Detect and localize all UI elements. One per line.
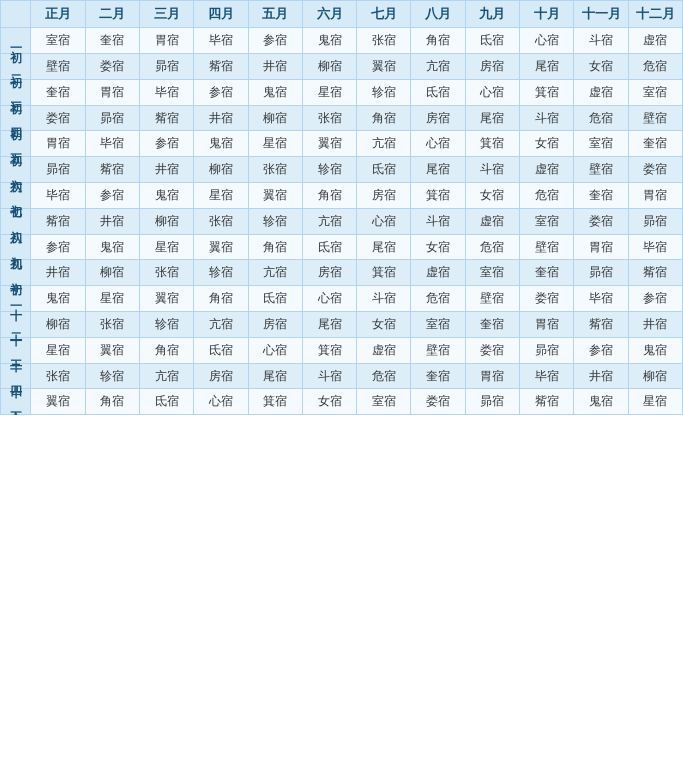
main-table: 正月二月三月四月五月六月七月八月九月十月十一月十二月 初一室宿奎宿胃宿毕宿参宿鬼… (0, 0, 683, 415)
cell-r13-c6: 箕宿 (302, 337, 356, 363)
cell-r11-c12: 参宿 (628, 286, 682, 312)
cell-r2-c4: 觜宿 (194, 53, 248, 79)
cell-r15-c10: 觜宿 (520, 389, 574, 415)
cell-r15-c4: 心宿 (194, 389, 248, 415)
cell-r2-c12: 危宿 (628, 53, 682, 79)
cell-r14-c11: 井宿 (574, 363, 628, 389)
row-label-6: 初六 (1, 157, 31, 183)
cell-r1-c5: 参宿 (248, 28, 302, 54)
cell-r15-c1: 翼宿 (31, 389, 85, 415)
cell-r15-c9: 昴宿 (465, 389, 519, 415)
cell-r15-c12: 星宿 (628, 389, 682, 415)
cell-r6-c1: 昴宿 (31, 157, 85, 183)
cell-r1-c4: 毕宿 (194, 28, 248, 54)
cell-r7-c8: 箕宿 (411, 182, 465, 208)
cell-r12-c7: 女宿 (357, 311, 411, 337)
table-row: 十四张宿轸宿亢宿房宿尾宿斗宿危宿奎宿胃宿毕宿井宿柳宿 (1, 363, 683, 389)
cell-r3-c8: 氐宿 (411, 79, 465, 105)
cell-r13-c9: 娄宿 (465, 337, 519, 363)
cell-r1-c12: 虚宿 (628, 28, 682, 54)
cell-r9-c9: 危宿 (465, 234, 519, 260)
month-header-8: 八月 (411, 1, 465, 28)
cell-r7-c10: 危宿 (520, 182, 574, 208)
cell-r11-c4: 角宿 (194, 286, 248, 312)
cell-r6-c5: 张宿 (248, 157, 302, 183)
cell-r6-c3: 井宿 (140, 157, 194, 183)
cell-r5-c2: 毕宿 (85, 131, 139, 157)
cell-r7-c2: 参宿 (85, 182, 139, 208)
cell-r10-c3: 张宿 (140, 260, 194, 286)
cell-r9-c8: 女宿 (411, 234, 465, 260)
cell-r15-c3: 氐宿 (140, 389, 194, 415)
cell-r2-c5: 井宿 (248, 53, 302, 79)
cell-r7-c7: 房宿 (357, 182, 411, 208)
cell-r3-c5: 鬼宿 (248, 79, 302, 105)
cell-r12-c9: 奎宿 (465, 311, 519, 337)
cell-r6-c10: 虚宿 (520, 157, 574, 183)
cell-r7-c6: 角宿 (302, 182, 356, 208)
month-header-4: 四月 (194, 1, 248, 28)
cell-r9-c5: 角宿 (248, 234, 302, 260)
cell-r4-c9: 尾宿 (465, 105, 519, 131)
cell-r1-c8: 角宿 (411, 28, 465, 54)
cell-r7-c4: 星宿 (194, 182, 248, 208)
table-row: 初二壁宿娄宿昴宿觜宿井宿柳宿翼宿亢宿房宿尾宿女宿危宿 (1, 53, 683, 79)
cell-r10-c7: 箕宿 (357, 260, 411, 286)
cell-r5-c4: 鬼宿 (194, 131, 248, 157)
cell-r12-c4: 亢宿 (194, 311, 248, 337)
cell-r9-c7: 尾宿 (357, 234, 411, 260)
cell-r8-c3: 柳宿 (140, 208, 194, 234)
cell-r4-c6: 张宿 (302, 105, 356, 131)
cell-r5-c10: 女宿 (520, 131, 574, 157)
cell-r8-c5: 轸宿 (248, 208, 302, 234)
cell-r4-c8: 房宿 (411, 105, 465, 131)
cell-r1-c10: 心宿 (520, 28, 574, 54)
cell-r8-c9: 虚宿 (465, 208, 519, 234)
cell-r6-c2: 觜宿 (85, 157, 139, 183)
cell-r1-c3: 胃宿 (140, 28, 194, 54)
cell-r11-c5: 氐宿 (248, 286, 302, 312)
month-header-1: 正月 (31, 1, 85, 28)
cell-r13-c2: 翼宿 (85, 337, 139, 363)
month-header-5: 五月 (248, 1, 302, 28)
cell-r2-c9: 房宿 (465, 53, 519, 79)
cell-r11-c11: 毕宿 (574, 286, 628, 312)
cell-r2-c2: 娄宿 (85, 53, 139, 79)
cell-r6-c12: 娄宿 (628, 157, 682, 183)
cell-r13-c7: 虚宿 (357, 337, 411, 363)
cell-r5-c5: 星宿 (248, 131, 302, 157)
row-label-7: 初七 (1, 182, 31, 208)
cell-r4-c4: 井宿 (194, 105, 248, 131)
row-label-3: 初三 (1, 79, 31, 105)
cell-r3-c4: 参宿 (194, 79, 248, 105)
cell-r8-c12: 昴宿 (628, 208, 682, 234)
cell-r11-c9: 壁宿 (465, 286, 519, 312)
cell-r15-c11: 鬼宿 (574, 389, 628, 415)
cell-r1-c7: 张宿 (357, 28, 411, 54)
cell-r2-c10: 尾宿 (520, 53, 574, 79)
cell-r14-c4: 房宿 (194, 363, 248, 389)
cell-r11-c2: 星宿 (85, 286, 139, 312)
table-row: 初五胃宿毕宿参宿鬼宿星宿翼宿亢宿心宿箕宿女宿室宿奎宿 (1, 131, 683, 157)
cell-r14-c6: 斗宿 (302, 363, 356, 389)
cell-r9-c12: 毕宿 (628, 234, 682, 260)
cell-r9-c3: 星宿 (140, 234, 194, 260)
cell-r6-c9: 斗宿 (465, 157, 519, 183)
cell-r8-c1: 觜宿 (31, 208, 85, 234)
cell-r15-c7: 室宿 (357, 389, 411, 415)
cell-r13-c11: 参宿 (574, 337, 628, 363)
cell-r6-c4: 柳宿 (194, 157, 248, 183)
cell-r9-c4: 翼宿 (194, 234, 248, 260)
cell-r11-c6: 心宿 (302, 286, 356, 312)
table-row: 初三奎宿胃宿毕宿参宿鬼宿星宿轸宿氐宿心宿箕宿虚宿室宿 (1, 79, 683, 105)
cell-r10-c11: 昴宿 (574, 260, 628, 286)
cell-r5-c9: 箕宿 (465, 131, 519, 157)
cell-r13-c1: 星宿 (31, 337, 85, 363)
cell-r14-c2: 轸宿 (85, 363, 139, 389)
cell-r5-c12: 奎宿 (628, 131, 682, 157)
table-row: 初四娄宿昴宿觜宿井宿柳宿张宿角宿房宿尾宿斗宿危宿壁宿 (1, 105, 683, 131)
cell-r12-c3: 轸宿 (140, 311, 194, 337)
cell-r9-c2: 鬼宿 (85, 234, 139, 260)
cell-r10-c5: 亢宿 (248, 260, 302, 286)
cell-r14-c5: 尾宿 (248, 363, 302, 389)
